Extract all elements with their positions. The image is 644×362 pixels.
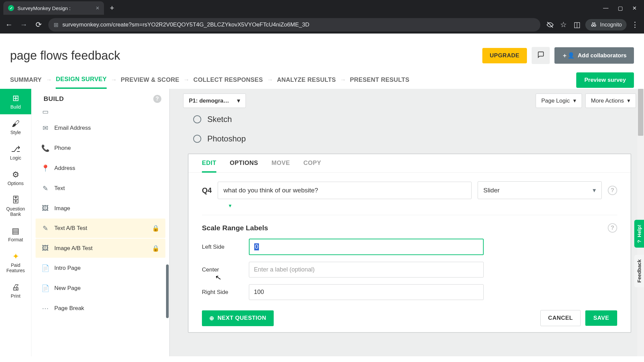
visibility-off-icon[interactable] [545,20,555,30]
page-scrollbar-thumb[interactable] [638,89,643,136]
builder-item-address[interactable]: 📍 Address [36,159,165,178]
question-circle-icon: ? [636,240,642,243]
survey-title[interactable]: page flows feedback [10,49,120,63]
side-panel-icon[interactable]: ◫ [572,20,582,30]
nav-logic[interactable]: ⎇ Logic [0,140,31,165]
caret-down-icon: ▾ [627,97,630,104]
builder-item-text[interactable]: ✎ Text [36,179,165,198]
tab-title: SurveyMonkey Design : [17,5,70,11]
more-actions-dropdown[interactable]: More Actions ▾ [585,94,636,108]
back-button[interactable]: ← [4,20,14,30]
tab-options[interactable]: OPTIONS [230,160,258,172]
nav-qbank-label: Question Bank [6,206,25,217]
builder-item-email[interactable]: ✉ Email Address [36,118,165,138]
nav-options[interactable]: ⚙ Options [0,165,31,191]
question-editor: EDIT OPTIONS MOVE COPY Q4 what do you th… [188,154,631,333]
feedback-floating-tab[interactable]: Feedback [634,255,644,287]
builder-item-new-page[interactable]: 📄 New Page [36,279,165,298]
builder-item-image-ab[interactable]: 🖼 Image A/B Test 🔒 [36,239,165,258]
chevron-right-icon: → [267,76,273,83]
page-logic-dropdown[interactable]: Page Logic ▾ [536,94,582,108]
radio-option-sketch[interactable]: Sketch [170,113,644,126]
radio-icon [193,115,201,123]
nav-print[interactable]: 🖨 Print [0,278,31,303]
right-side-input[interactable]: 100 [249,284,484,300]
sparkle-icon: ✦ [12,252,19,261]
chevron-right-icon: → [183,76,190,83]
sliders-icon: ⚙ [12,170,19,179]
center-input[interactable]: Enter a label (optional) [249,262,484,278]
site-info-icon[interactable]: ⊞ [54,21,58,28]
builder-item-phone[interactable]: 📞 Phone [36,138,165,158]
help-icon[interactable]: ? [608,186,617,195]
window-close-icon[interactable]: ✕ [632,5,637,11]
comments-button[interactable] [532,47,550,64]
builder-item-label: Image [54,205,70,212]
tab-copy[interactable]: COPY [304,160,321,172]
builder-item-text-ab[interactable]: ✎ Text A/B Test 🔒 [36,219,165,238]
add-collaborators-button[interactable]: ＋👤 Add collaborators [554,47,634,64]
window-maximize-icon[interactable]: ▢ [618,5,623,11]
close-tab-icon[interactable]: × [96,5,99,12]
new-tab-button[interactable]: + [107,3,117,13]
step-present-results[interactable]: PRESENT RESULTS [350,76,409,83]
step-collect-responses[interactable]: COLLECT RESPONSES [194,76,263,83]
page-icon: 📄 [42,284,49,292]
kebab-menu-icon[interactable]: ⋮ [630,20,640,30]
builder-item-label: Address [54,165,75,172]
left-side-input[interactable]: 0 [249,239,484,255]
richtext-toggle-caret[interactable]: ▾ [229,202,631,209]
builder-item-label: Email Address [54,125,91,131]
chevron-right-icon: → [46,76,52,83]
nav-style[interactable]: 🖌 Style [0,114,31,140]
page-icon: 📄 [42,264,49,272]
step-preview-score[interactable]: PREVIEW & SCORE [121,76,179,83]
brush-icon: 🖌 [12,119,20,128]
more-actions-label: More Actions [591,98,624,104]
upgrade-button[interactable]: UPGRADE [482,48,527,63]
address-bar[interactable]: ⊞ surveymonkey.com/create?sm=rsYO2R2V0EQ… [48,18,540,32]
window-minimize-icon[interactable]: — [603,5,608,11]
radio-icon [193,135,201,143]
nav-paid-features[interactable]: ✦ Paid Features [0,247,31,278]
nav-question-bank[interactable]: 🗄 Question Bank [0,191,31,222]
tab-move[interactable]: MOVE [272,160,290,172]
next-question-label: NEXT QUESTION [218,315,266,321]
next-question-button[interactable]: ⊕ NEXT QUESTION [202,310,274,326]
builder-item-page-break[interactable]: ⋯ Page Break [36,299,165,318]
step-analyze-results[interactable]: ANALYZE RESULTS [277,76,336,83]
builder-item-partial[interactable]: ▭ [36,108,165,118]
favicon-icon: ✓ [8,5,14,11]
builder-scrollbar[interactable] [166,264,169,318]
generic-icon: ▭ [42,108,49,116]
nav-format[interactable]: ▤ Format [0,222,31,247]
preview-survey-button[interactable]: Preview survey [576,72,634,88]
question-type-select[interactable]: Slider ▾ [478,181,602,199]
incognito-badge[interactable]: Incognito [585,19,627,31]
reload-button[interactable]: ⟳ [34,20,44,30]
step-design-survey[interactable]: DESIGN SURVEY [56,76,107,89]
help-icon[interactable]: ? [153,95,161,103]
builder-item-intro-page[interactable]: 📄 Intro Page [36,258,165,278]
nav-build[interactable]: ⊞ Build [0,89,31,114]
step-summary[interactable]: SUMMARY [10,76,42,83]
help-floating-tab[interactable]: ? Help! [634,220,644,248]
save-button[interactable]: SAVE [585,310,617,326]
nav-logic-label: Logic [10,155,21,161]
left-nav: ⊞ Build 🖌 Style ⎇ Logic ⚙ Options 🗄 Ques… [0,89,32,356]
nav-format-label: Format [8,237,23,242]
radio-option-photoshop[interactable]: Photoshop [170,132,644,145]
question-text-input[interactable]: what do you think of our website? [218,182,472,199]
tab-edit[interactable]: EDIT [202,160,216,173]
cancel-button[interactable]: CANCEL [540,310,581,326]
dots-icon: ⋯ [42,304,49,312]
page-selector-dropdown[interactable]: P1: demograph... ▾ [183,94,246,108]
bookmark-star-icon[interactable]: ☆ [558,20,569,30]
help-icon[interactable]: ? [608,223,617,233]
browser-tab[interactable]: ✓ SurveyMonkey Design : × [3,1,104,15]
pin-icon: 📍 [42,164,49,172]
builder-item-image[interactable]: 🖼 Image [36,199,165,218]
incognito-icon [590,21,597,28]
builder-heading: BUILD [44,95,64,103]
lock-icon: 🔒 [152,225,159,232]
